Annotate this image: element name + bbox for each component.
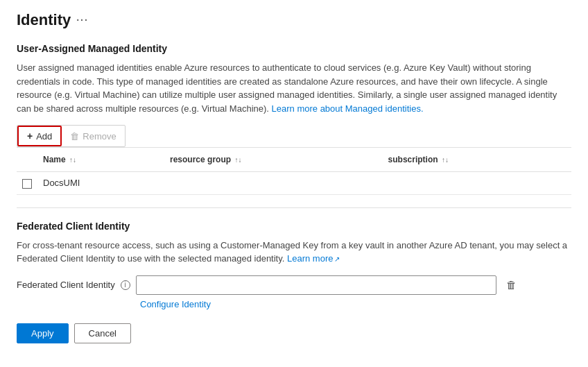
user-assigned-toolbar: + Add 🗑 Remove [17,125,126,147]
remove-label: Remove [83,131,116,142]
federated-section: Federated Client Identity For cross-tena… [17,221,571,309]
page-header: Identity ··· [17,11,571,29]
sort-rg-icon: ↑↓ [234,156,241,164]
remove-button[interactable]: 🗑 Remove [62,128,124,145]
page-title: Identity [17,11,71,29]
sort-name-icon: ↑↓ [69,156,76,164]
row-checkbox-cell[interactable] [17,172,37,195]
apply-button[interactable]: Apply [17,323,69,343]
col-header-resource-group[interactable]: resource group ↑↓ [164,148,383,172]
plus-icon: + [27,130,33,142]
external-link-icon: ↗ [334,254,340,264]
identity-table: Name ↑↓ resource group ↑↓ subscription ↑… [17,148,571,195]
table-header-row: Name ↑↓ resource group ↑↓ subscription ↑… [17,148,571,172]
federated-client-identity-input[interactable] [136,275,496,295]
user-assigned-description: User assigned managed identities enable … [17,61,571,115]
row-name: DocsUMI [37,172,164,195]
footer-buttons: Apply Cancel [17,323,571,343]
learn-more-federated-link[interactable]: Learn more↗ [287,253,340,264]
clear-federated-button[interactable]: 🗑 [502,278,521,292]
learn-more-managed-identities-link[interactable]: Learn more about Managed identities. [272,103,424,114]
header-checkbox-cell [17,148,37,172]
section-divider [17,207,571,208]
row-checkbox[interactable] [22,179,32,189]
identity-table-container: Name ↑↓ resource group ↑↓ subscription ↑… [17,147,571,195]
sort-sub-icon: ↑↓ [442,156,449,164]
user-assigned-section: User-Assigned Managed Identity User assi… [17,43,571,195]
trash-icon: 🗑 [70,131,79,142]
federated-field-row: Federated Client Identity i 🗑 [17,275,571,295]
delete-icon: 🗑 [506,279,517,291]
configure-identity-link[interactable]: Configure Identity [140,299,571,309]
add-button[interactable]: + Add [17,126,62,146]
add-label: Add [36,131,52,142]
more-options-icon[interactable]: ··· [76,15,89,26]
table-row: DocsUMI [17,172,571,195]
federated-field-label: Federated Client Identity [17,280,115,290]
cancel-button[interactable]: Cancel [74,323,131,343]
row-resource-group [164,172,383,195]
col-header-name[interactable]: Name ↑↓ [37,148,164,172]
row-subscription [383,172,571,195]
user-assigned-title: User-Assigned Managed Identity [17,43,571,54]
federated-description: For cross-tenant resource access, such a… [17,239,571,266]
info-icon: i [121,280,130,290]
federated-title: Federated Client Identity [17,221,571,232]
col-header-subscription[interactable]: subscription ↑↓ [383,148,571,172]
